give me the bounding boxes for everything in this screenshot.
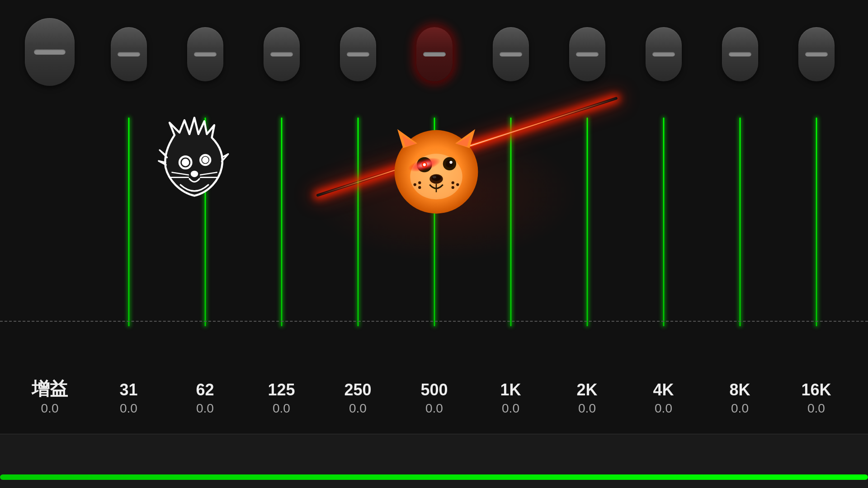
svg-point-18 [449, 161, 452, 164]
fader-line-250 [357, 117, 359, 326]
gain-fader-track [9, 0, 90, 376]
fader-knob-16K[interactable] [798, 27, 835, 81]
eq-channels: 310.0620.01250.02500.05000.01K0.02K0.04K… [90, 0, 854, 434]
label-area-4K: 4K0.0 [653, 380, 674, 434]
freq-label-4K: 4K [653, 380, 674, 399]
fader-knob-500[interactable] [416, 27, 453, 81]
fader-grip-31 [118, 52, 140, 56]
gain-channel: 增益 0.0 [9, 0, 90, 434]
fader-track-250 [320, 0, 396, 380]
fader-track-16K [778, 0, 854, 380]
freq-label-250: 250 [344, 380, 371, 399]
gain-value: 0.0 [32, 401, 68, 416]
fader-line-31 [128, 117, 129, 326]
fader-knob-250[interactable] [340, 27, 376, 81]
label-area-8K: 8K0.0 [729, 380, 750, 434]
svg-point-23 [418, 181, 421, 184]
freq-value-125: 0.0 [268, 401, 295, 416]
svg-point-17 [446, 160, 453, 168]
fader-grip-500 [423, 52, 446, 56]
svg-point-4 [192, 172, 197, 176]
fader-knob-62[interactable] [187, 27, 223, 81]
freq-value-62: 0.0 [196, 401, 214, 416]
fader-track-8K [702, 0, 778, 380]
gain-label: 增益 [32, 376, 68, 401]
channel-62: 620.0 [167, 0, 243, 434]
label-area-500: 5000.0 [420, 380, 448, 434]
freq-label-8K: 8K [729, 380, 750, 399]
fader-grip-8K [729, 52, 751, 56]
fader-grip-16K [805, 52, 828, 56]
fader-grip-250 [347, 52, 369, 56]
channel-125: 1250.0 [243, 0, 320, 434]
fader-grip-2K [576, 52, 599, 56]
svg-point-24 [414, 183, 416, 186]
svg-point-3 [203, 158, 208, 162]
fader-track-125 [243, 0, 320, 380]
zero-line [0, 321, 868, 322]
freq-value-31: 0.0 [119, 401, 137, 416]
freq-label-31: 31 [119, 380, 137, 399]
label-area-1K: 1K0.0 [500, 380, 521, 434]
svg-point-25 [418, 186, 421, 189]
freq-label-125: 125 [268, 380, 295, 399]
svg-point-28 [452, 186, 454, 189]
fader-knob-4K[interactable] [646, 27, 682, 81]
svg-point-15 [423, 163, 426, 166]
freq-label-62: 62 [196, 380, 214, 399]
fader-track-1K [472, 0, 549, 380]
freq-value-16K: 0.0 [801, 401, 831, 416]
fader-line-8K [739, 117, 741, 326]
fader-line-16K [816, 117, 817, 326]
channel-16K: 16K0.0 [778, 0, 854, 434]
channel-31: 310.0 [90, 0, 167, 434]
svg-point-20 [432, 175, 441, 181]
progress-track[interactable] [0, 474, 868, 480]
label-area-250: 2500.0 [344, 380, 371, 434]
svg-point-27 [456, 183, 459, 186]
shiba-mascot [389, 122, 484, 217]
fader-grip-125 [270, 52, 293, 56]
fader-grip-1K [500, 52, 522, 56]
channel-2K: 2K0.0 [549, 0, 625, 434]
channel-4K: 4K0.0 [625, 0, 702, 434]
freq-value-2K: 0.0 [576, 401, 597, 416]
freq-label-1K: 1K [500, 380, 521, 399]
fader-knob-125[interactable] [264, 27, 300, 81]
fader-knob-31[interactable] [111, 27, 147, 81]
freq-label-500: 500 [420, 380, 448, 399]
channel-8K: 8K0.0 [702, 0, 778, 434]
freq-value-250: 0.0 [344, 401, 371, 416]
label-area-31: 310.0 [119, 380, 137, 434]
fader-grip-4K [652, 52, 675, 56]
channel-1K: 1K0.0 [472, 0, 549, 434]
channel-250: 2500.0 [320, 0, 396, 434]
svg-point-1 [183, 160, 188, 165]
freq-value-8K: 0.0 [729, 401, 750, 416]
svg-point-26 [452, 181, 454, 184]
fader-track-2K [549, 0, 625, 380]
svg-point-21 [433, 176, 436, 178]
label-area-125: 1250.0 [268, 380, 295, 434]
fader-line-1K [510, 117, 511, 326]
freq-label-16K: 16K [801, 380, 831, 399]
bottom-bar [0, 434, 868, 488]
fader-line-4K [663, 117, 664, 326]
gain-fader-knob[interactable] [25, 18, 75, 86]
freq-value-500: 0.0 [420, 401, 448, 416]
gain-fader-grip [34, 49, 66, 55]
fader-grip-62 [194, 52, 217, 56]
freq-value-4K: 0.0 [653, 401, 674, 416]
fader-knob-2K[interactable] [569, 27, 605, 81]
progress-fill [0, 474, 868, 480]
cat-mascot [145, 115, 244, 215]
label-area-2K: 2K0.0 [576, 380, 597, 434]
label-area-16K: 16K0.0 [801, 380, 831, 434]
equalizer-panel: 增益 0.0 310.0620.01250.02500.05000.01K0.0… [0, 0, 868, 434]
fader-line-2K [586, 117, 588, 326]
fader-knob-1K[interactable] [493, 27, 529, 81]
fader-track-4K [625, 0, 702, 380]
fader-line-125 [281, 117, 282, 326]
fader-knob-8K[interactable] [722, 27, 758, 81]
channel-500: 5000.0 [396, 0, 472, 434]
